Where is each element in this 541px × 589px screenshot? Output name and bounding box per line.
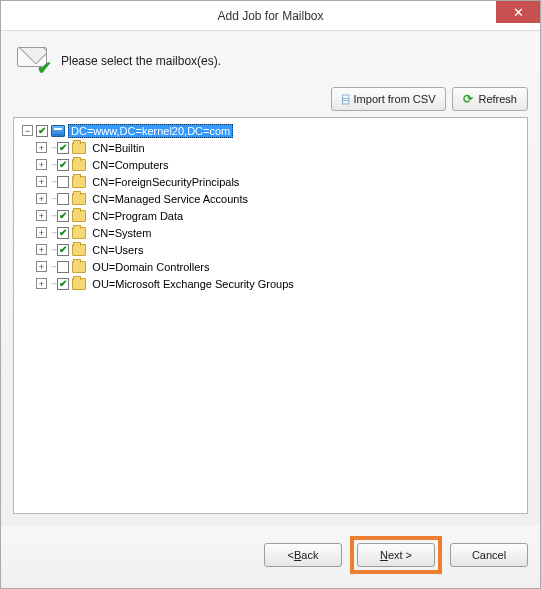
close-button[interactable]: ✕ bbox=[496, 1, 540, 23]
tree-node-label: CN=ForeignSecurityPrincipals bbox=[89, 176, 242, 188]
tree-connector: ··· bbox=[51, 278, 56, 289]
expand-toggle[interactable]: + bbox=[36, 142, 47, 153]
tree-child-node[interactable]: +···CN=Computers bbox=[16, 156, 525, 173]
expand-toggle[interactable]: + bbox=[36, 227, 47, 238]
tree-child-node[interactable]: +···CN=System bbox=[16, 224, 525, 241]
back-button[interactable]: < Back bbox=[264, 543, 342, 567]
folder-icon bbox=[72, 278, 86, 290]
folder-icon bbox=[72, 176, 86, 188]
expand-toggle[interactable]: + bbox=[36, 210, 47, 221]
checkbox[interactable] bbox=[57, 278, 69, 290]
expand-toggle[interactable]: + bbox=[36, 261, 47, 272]
tree-root-node[interactable]: − DC=www,DC=kernel20,DC=com bbox=[16, 122, 525, 139]
tree-child-node[interactable]: +···CN=Managed Service Accounts bbox=[16, 190, 525, 207]
close-icon: ✕ bbox=[513, 5, 524, 20]
mailbox-tree[interactable]: − DC=www,DC=kernel20,DC=com +···CN=Built… bbox=[13, 117, 528, 514]
expand-toggle[interactable]: + bbox=[36, 244, 47, 255]
checkbox[interactable] bbox=[57, 244, 69, 256]
checkbox[interactable] bbox=[36, 125, 48, 137]
tree-connector: ··· bbox=[51, 176, 56, 187]
tree-node-label: CN=Program Data bbox=[89, 210, 186, 222]
tree-child-node[interactable]: +···OU=Domain Controllers bbox=[16, 258, 525, 275]
content-area: ✔ Please select the mailbox(es). ⌸ Impor… bbox=[1, 31, 540, 526]
refresh-button[interactable]: ⟳ Refresh bbox=[452, 87, 528, 111]
tree-connector: ··· bbox=[51, 227, 56, 238]
tree-child-node[interactable]: +···CN=Users bbox=[16, 241, 525, 258]
dialog-window: Add Job for Mailbox ✕ ✔ Please select th… bbox=[0, 0, 541, 589]
checkbox[interactable] bbox=[57, 159, 69, 171]
import-csv-button[interactable]: ⌸ Import from CSV bbox=[331, 87, 447, 111]
tree-node-label: OU=Domain Controllers bbox=[89, 261, 212, 273]
domain-icon bbox=[51, 125, 65, 137]
tree-child-node[interactable]: +···CN=Builtin bbox=[16, 139, 525, 156]
instruction-row: ✔ Please select the mailbox(es). bbox=[13, 41, 528, 87]
checkbox[interactable] bbox=[57, 193, 69, 205]
tree-connector: ··· bbox=[51, 142, 56, 153]
folder-icon bbox=[72, 142, 86, 154]
next-button-highlight: Next > bbox=[350, 536, 442, 574]
folder-icon bbox=[72, 244, 86, 256]
tree-child-node[interactable]: +···OU=Microsoft Exchange Security Group… bbox=[16, 275, 525, 292]
expand-toggle[interactable]: + bbox=[36, 193, 47, 204]
tree-child-node[interactable]: +···CN=ForeignSecurityPrincipals bbox=[16, 173, 525, 190]
checkbox[interactable] bbox=[57, 210, 69, 222]
checkbox[interactable] bbox=[57, 176, 69, 188]
toolbar: ⌸ Import from CSV ⟳ Refresh bbox=[13, 87, 528, 111]
tree-node-label: CN=Managed Service Accounts bbox=[89, 193, 251, 205]
window-title: Add Job for Mailbox bbox=[217, 9, 323, 23]
refresh-label: Refresh bbox=[478, 93, 517, 105]
folder-icon bbox=[72, 159, 86, 171]
folder-icon bbox=[72, 227, 86, 239]
checkbox[interactable] bbox=[57, 227, 69, 239]
next-button[interactable]: Next > bbox=[357, 543, 435, 567]
tree-node-label: CN=Computers bbox=[89, 159, 171, 171]
import-icon: ⌸ bbox=[342, 92, 349, 106]
cancel-button[interactable]: Cancel bbox=[450, 543, 528, 567]
expand-toggle[interactable]: − bbox=[22, 125, 33, 136]
refresh-icon: ⟳ bbox=[463, 92, 473, 106]
titlebar: Add Job for Mailbox ✕ bbox=[1, 1, 540, 31]
tree-root-label: DC=www,DC=kernel20,DC=com bbox=[68, 124, 233, 138]
folder-icon bbox=[72, 261, 86, 273]
expand-toggle[interactable]: + bbox=[36, 159, 47, 170]
checkbox[interactable] bbox=[57, 261, 69, 273]
tree-child-node[interactable]: +···CN=Program Data bbox=[16, 207, 525, 224]
tree-node-label: OU=Microsoft Exchange Security Groups bbox=[89, 278, 296, 290]
mailbox-check-icon: ✔ bbox=[17, 47, 51, 75]
tree-connector: ··· bbox=[51, 244, 56, 255]
checkbox[interactable] bbox=[57, 142, 69, 154]
expand-toggle[interactable]: + bbox=[36, 176, 47, 187]
footer-buttons: < Back Next > Cancel bbox=[1, 526, 540, 588]
tree-connector: ··· bbox=[51, 210, 56, 221]
tree-node-label: CN=System bbox=[89, 227, 154, 239]
tree-connector: ··· bbox=[51, 261, 56, 272]
tree-node-label: CN=Users bbox=[89, 244, 146, 256]
expand-toggle[interactable]: + bbox=[36, 278, 47, 289]
folder-icon bbox=[72, 210, 86, 222]
instruction-text: Please select the mailbox(es). bbox=[61, 54, 221, 68]
import-label: Import from CSV bbox=[354, 93, 436, 105]
tree-node-label: CN=Builtin bbox=[89, 142, 147, 154]
tree-connector: ··· bbox=[51, 193, 56, 204]
folder-icon bbox=[72, 193, 86, 205]
tree-connector: ··· bbox=[51, 159, 56, 170]
